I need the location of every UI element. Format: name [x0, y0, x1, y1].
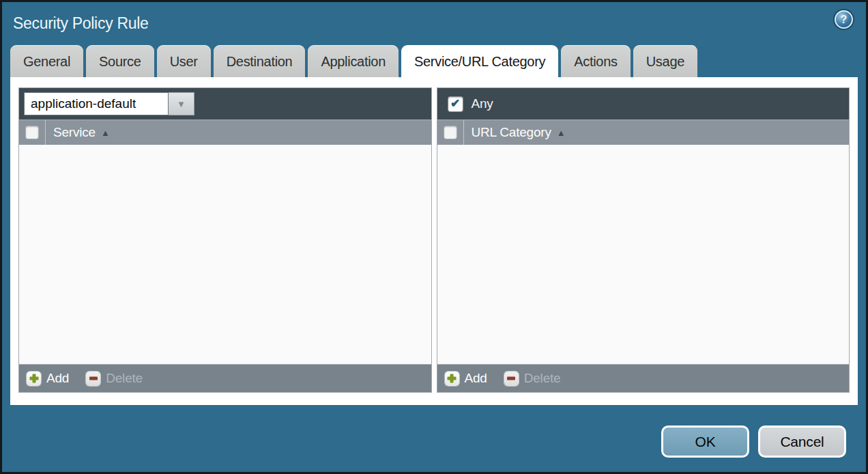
url-category-panel-header: ✔ Any — [437, 88, 850, 120]
url-category-add-label: Add — [465, 371, 487, 386]
tab-bar: General Source User Destination Applicat… — [2, 44, 866, 77]
url-category-panel-footer: Add Delete — [437, 364, 850, 392]
service-list[interactable] — [19, 145, 431, 364]
url-category-list[interactable] — [437, 145, 850, 364]
tab-general[interactable]: General — [10, 45, 83, 77]
service-column-label[interactable]: Service — [53, 125, 96, 140]
help-icon[interactable]: ? — [835, 10, 853, 29]
url-category-delete-button[interactable]: Delete — [504, 371, 561, 386]
any-checkbox[interactable]: ✔ — [448, 97, 463, 111]
tab-application[interactable]: Application — [308, 45, 399, 77]
service-type-dropdown[interactable]: ▼ — [24, 92, 194, 115]
url-category-select-all-checkbox[interactable] — [444, 126, 457, 139]
chevron-down-icon: ▼ — [177, 99, 186, 109]
help-icon-glyph: ? — [841, 14, 848, 26]
check-icon: ✔ — [450, 98, 460, 109]
dialog-titlebar: Security Policy Rule — [2, 2, 866, 44]
tab-user[interactable]: User — [157, 45, 211, 77]
tab-source[interactable]: Source — [86, 45, 154, 77]
security-policy-rule-dialog: Security Policy Rule ? General Source Us… — [0, 0, 868, 474]
service-column-header: Service ▲ — [19, 120, 431, 145]
service-delete-button[interactable]: Delete — [86, 371, 143, 386]
url-category-column-label[interactable]: URL Category — [472, 125, 551, 140]
add-icon — [27, 372, 41, 386]
tab-actions[interactable]: Actions — [561, 45, 631, 77]
service-panel-header: ▼ — [19, 88, 431, 120]
dialog-title: Security Policy Rule — [13, 14, 149, 33]
tab-content: ▼ Service ▲ Add Delete — [10, 77, 858, 405]
service-panel: ▼ Service ▲ Add Delete — [18, 87, 432, 393]
tab-usage[interactable]: Usage — [633, 45, 697, 77]
cancel-button[interactable]: Cancel — [758, 426, 846, 458]
service-delete-label: Delete — [106, 371, 143, 386]
delete-icon — [86, 372, 100, 386]
service-add-button[interactable]: Add — [27, 371, 69, 386]
any-label: Any — [472, 96, 493, 111]
url-category-delete-label: Delete — [524, 371, 561, 386]
service-select-all-cell — [19, 120, 46, 145]
url-category-select-all-cell — [437, 120, 464, 145]
service-type-input[interactable] — [24, 92, 169, 115]
sort-asc-icon[interactable]: ▲ — [557, 128, 566, 138]
tab-destination[interactable]: Destination — [214, 45, 306, 77]
sort-asc-icon[interactable]: ▲ — [101, 128, 110, 138]
ok-button[interactable]: OK — [661, 426, 749, 458]
url-category-add-button[interactable]: Add — [445, 371, 487, 386]
service-panel-footer: Add Delete — [19, 364, 431, 392]
dialog-actions: OK Cancel — [661, 426, 846, 458]
add-icon — [445, 372, 459, 386]
url-category-panel: ✔ Any URL Category ▲ Add — [437, 87, 850, 393]
tab-service-url-category[interactable]: Service/URL Category — [401, 45, 558, 77]
service-select-all-checkbox[interactable] — [26, 126, 38, 139]
url-category-column-header: URL Category ▲ — [437, 120, 850, 145]
service-type-dropdown-button[interactable]: ▼ — [169, 92, 194, 115]
any-row: ✔ Any — [442, 96, 493, 111]
service-add-label: Add — [46, 371, 69, 386]
delete-icon — [504, 372, 519, 386]
